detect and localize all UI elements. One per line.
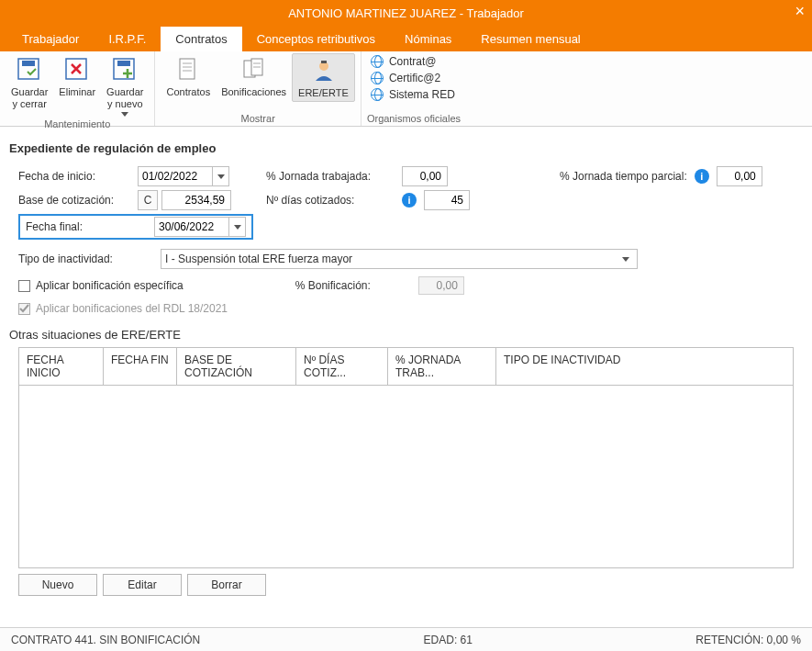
- status-retencion: RETENCIÓN: 0,00 %: [695, 634, 801, 646]
- fecha-final-input[interactable]: [154, 217, 246, 237]
- grid-header: FECHA INICIO FECHA FIN BASE DE COTIZACIÓ…: [19, 348, 793, 386]
- fecha-inicio-input[interactable]: [138, 166, 229, 186]
- num-dias-input[interactable]: [424, 190, 470, 210]
- pct-jornada-input[interactable]: [402, 166, 448, 186]
- aplicar-rdl-checkbox: [18, 303, 30, 315]
- document-icon: [173, 55, 203, 84]
- globe-icon: [371, 55, 384, 68]
- ribbon-label-mantenimiento: Mantenimiento: [6, 118, 149, 131]
- save-close-icon: [15, 55, 44, 84]
- ribbon-group-mantenimiento: Guardar y cerrar Eliminar Guardar y nuev…: [0, 51, 155, 126]
- guardar-nuevo-button[interactable]: Guardar y nuevo: [101, 53, 149, 118]
- bonificaciones-label: Bonificaciones: [221, 86, 286, 98]
- ribbon-group-mostrar: Contratos Bonificaciones ERE/ERTE Mostra…: [155, 51, 361, 126]
- delete-icon: [62, 55, 92, 84]
- contratos-button[interactable]: Contratos: [161, 53, 216, 100]
- pct-bon-label: % Bonificación:: [295, 279, 371, 292]
- status-edad: EDAD: 61: [424, 634, 473, 646]
- col-base[interactable]: BASE DE COTIZACIÓN: [177, 348, 296, 385]
- aplicar-rdl-label: Aplicar bonificaciones del RDL 18/2021: [36, 302, 228, 315]
- guardar-nuevo-label: Guardar y nuevo: [106, 86, 143, 110]
- base-cot-label: Base de cotización:: [18, 194, 138, 207]
- ribbon-group-organismos: Contrat@ Certific@2 Sistema RED Organism…: [362, 51, 466, 126]
- guardar-cerrar-label: Guardar y cerrar: [11, 86, 48, 110]
- fecha-final-dropdown[interactable]: [228, 218, 245, 236]
- grid-body[interactable]: [19, 386, 793, 567]
- tab-contratos[interactable]: Contratos: [161, 27, 241, 51]
- chevron-down-icon: [217, 174, 225, 179]
- borrar-button[interactable]: Borrar: [187, 574, 266, 596]
- tipo-inact-dropdown[interactable]: [618, 257, 633, 262]
- ribbon-label-organismos: Organismos oficiales: [367, 113, 461, 126]
- statusbar: CONTRATO 441. SIN BONIFICACIÓN EDAD: 61 …: [0, 627, 812, 651]
- svg-rect-1: [22, 61, 35, 66]
- nuevo-button[interactable]: Nuevo: [18, 574, 97, 596]
- close-icon[interactable]: ×: [795, 2, 805, 21]
- pct-jornada-label: % Jornada trabajada:: [266, 170, 395, 183]
- aplicar-bon-checkbox[interactable]: [18, 280, 30, 292]
- ribbon-label-mostrar: Mostrar: [161, 113, 354, 126]
- col-jornada[interactable]: % JORNADA TRAB...: [388, 348, 496, 385]
- base-cot-input[interactable]: [161, 190, 231, 210]
- pct-parcial-label: % Jornada tiempo parcial:: [560, 170, 687, 183]
- globe-icon: [371, 88, 384, 101]
- globe-icon: [371, 72, 384, 84]
- fecha-final-label: Fecha final:: [26, 220, 154, 233]
- otras-title: Otras situaciones de ERE/ERTE: [0, 315, 812, 347]
- base-cot-calc-button[interactable]: C: [138, 190, 158, 210]
- window-title: ANTONIO MARTINEZ JUAREZ - Trabajador: [288, 6, 524, 20]
- fecha-final-highlighted-row: Fecha final:: [18, 214, 253, 240]
- pct-bon-input: [418, 276, 464, 295]
- grid: FECHA INICIO FECHA FIN BASE DE COTIZACIÓ…: [18, 347, 794, 568]
- col-tipo[interactable]: TIPO DE INACTIVIDAD: [496, 348, 793, 385]
- tipo-inact-label: Tipo de inactividad:: [18, 253, 161, 265]
- editar-button[interactable]: Editar: [103, 574, 182, 596]
- certific-label: Certific@2: [389, 72, 440, 84]
- col-fecha-inicio[interactable]: FECHA INICIO: [19, 348, 104, 385]
- fecha-inicio-dropdown[interactable]: [212, 167, 228, 185]
- fecha-final-field[interactable]: [155, 218, 228, 236]
- tab-bar: Trabajador I.R.P.F. Contratos Conceptos …: [0, 26, 812, 51]
- tipo-inact-select[interactable]: I - Suspensión total ERE fuerza mayor: [161, 249, 638, 269]
- fecha-inicio-label: Fecha de inicio:: [18, 170, 138, 183]
- svg-rect-5: [180, 59, 195, 79]
- sistema-red-label: Sistema RED: [389, 88, 455, 101]
- ere-label: ERE/ERTE: [298, 87, 349, 99]
- aplicar-bon-label: Aplicar bonificación específica: [36, 279, 184, 292]
- bonificaciones-button[interactable]: Bonificaciones: [216, 53, 292, 100]
- tab-conceptos[interactable]: Conceptos retributivos: [242, 27, 390, 51]
- chevron-down-icon: [622, 257, 629, 262]
- tab-resumen[interactable]: Resumen mensual: [466, 27, 595, 51]
- form-area: Fecha de inicio: % Jornada trabajada: % …: [0, 164, 812, 315]
- person-icon: [309, 56, 339, 85]
- tipo-inact-value: I - Suspensión total ERE fuerza mayor: [165, 253, 352, 265]
- contrat-label: Contrat@: [389, 55, 437, 68]
- info-icon[interactable]: i: [402, 193, 417, 208]
- svg-rect-4: [117, 61, 130, 66]
- svg-rect-14: [321, 61, 327, 63]
- eliminar-label: Eliminar: [59, 86, 95, 98]
- contrat-link[interactable]: Contrat@: [367, 53, 459, 70]
- documents-icon: [239, 55, 269, 84]
- fecha-inicio-field[interactable]: [139, 167, 212, 185]
- col-fecha-fin[interactable]: FECHA FIN: [104, 348, 177, 385]
- col-dias[interactable]: Nº DÍAS COTIZ...: [296, 348, 388, 385]
- pct-parcial-input[interactable]: [717, 166, 762, 186]
- guardar-cerrar-button[interactable]: Guardar y cerrar: [6, 53, 53, 112]
- tab-nominas[interactable]: Nóminas: [390, 27, 466, 51]
- status-left: CONTRATO 441. SIN BONIFICACIÓN: [11, 634, 200, 646]
- chevron-down-icon: [121, 112, 128, 117]
- save-new-icon: [110, 55, 139, 84]
- ribbon: Guardar y cerrar Eliminar Guardar y nuev…: [0, 51, 812, 127]
- eliminar-button[interactable]: Eliminar: [53, 53, 101, 100]
- info-icon[interactable]: i: [695, 169, 709, 184]
- sistema-red-link[interactable]: Sistema RED: [367, 86, 459, 103]
- tab-trabajador[interactable]: Trabajador: [7, 27, 94, 51]
- titlebar: ANTONIO MARTINEZ JUAREZ - Trabajador ×: [0, 0, 812, 26]
- ere-erte-button[interactable]: ERE/ERTE: [292, 53, 355, 102]
- certific-link[interactable]: Certific@2: [367, 70, 459, 86]
- section-title: Expediente de regulación de empleo: [0, 127, 812, 164]
- num-dias-label: Nº días cotizados:: [266, 194, 395, 207]
- chevron-down-icon: [234, 225, 241, 230]
- tab-irpf[interactable]: I.R.P.F.: [94, 27, 161, 51]
